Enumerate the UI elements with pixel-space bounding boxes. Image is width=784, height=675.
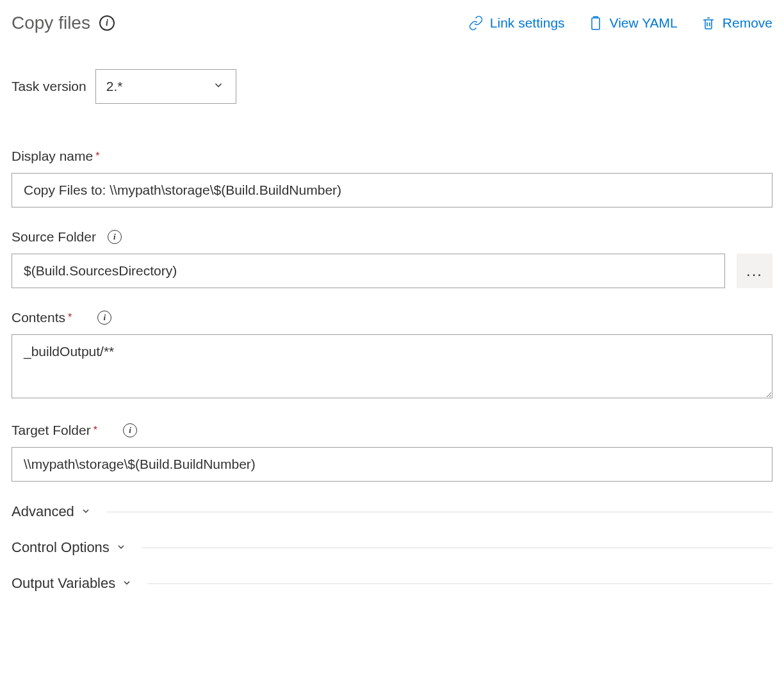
target-folder-group: Target Folder *	[12, 423, 772, 482]
task-header: Copy files Link settings View YAML Remov…	[12, 13, 772, 33]
source-folder-group: Source Folder ...	[12, 229, 772, 288]
info-icon[interactable]	[99, 15, 115, 31]
contents-group: Contents * _buildOutput/**	[12, 310, 772, 401]
required-indicator: *	[94, 425, 97, 436]
remove-button[interactable]: Remove	[701, 15, 772, 31]
browse-button[interactable]: ...	[737, 254, 772, 288]
contents-textarea[interactable]: _buildOutput/**	[12, 334, 772, 398]
control-options-label: Control Options	[12, 539, 110, 556]
link-settings-label: Link settings	[490, 15, 565, 31]
svg-rect-0	[592, 18, 600, 29]
task-version-value: 2.*	[106, 79, 123, 94]
remove-label: Remove	[723, 15, 772, 31]
chevron-down-icon	[213, 79, 224, 94]
display-name-group: Display name *	[12, 149, 772, 207]
target-folder-label-row: Target Folder *	[12, 423, 772, 438]
task-title: Copy files	[12, 13, 90, 33]
source-folder-input-row: ...	[12, 254, 772, 288]
display-name-label: Display name	[12, 149, 93, 164]
title-group: Copy files	[12, 13, 115, 33]
view-yaml-button[interactable]: View YAML	[588, 15, 678, 31]
info-icon[interactable]	[108, 230, 122, 244]
chevron-down-icon	[122, 575, 132, 592]
trash-icon	[701, 15, 716, 31]
source-folder-label-row: Source Folder	[12, 229, 772, 245]
output-variables-section-toggle[interactable]: Output Variables	[12, 575, 772, 592]
chevron-down-icon	[81, 503, 91, 520]
task-version-select[interactable]: 2.*	[95, 69, 236, 104]
link-settings-button[interactable]: Link settings	[468, 15, 565, 31]
advanced-section-toggle[interactable]: Advanced	[12, 503, 772, 520]
info-icon[interactable]	[97, 311, 111, 325]
task-version-row: Task version 2.*	[12, 69, 772, 104]
target-folder-label: Target Folder	[12, 423, 91, 438]
section-divider	[147, 583, 772, 584]
section-divider	[142, 548, 772, 548]
display-name-label-row: Display name *	[12, 149, 772, 164]
required-indicator: *	[68, 312, 72, 323]
target-folder-input[interactable]	[12, 447, 772, 482]
view-yaml-label: View YAML	[610, 15, 678, 31]
chevron-down-icon	[116, 539, 126, 556]
info-icon[interactable]	[123, 423, 137, 437]
output-variables-label: Output Variables	[12, 575, 115, 592]
link-icon	[468, 15, 484, 31]
source-folder-input[interactable]	[12, 254, 725, 288]
contents-label: Contents	[12, 310, 65, 325]
section-divider	[106, 512, 772, 512]
contents-label-row: Contents *	[12, 310, 772, 325]
advanced-label: Advanced	[12, 503, 74, 520]
control-options-section-toggle[interactable]: Control Options	[12, 539, 772, 556]
source-folder-label: Source Folder	[12, 229, 96, 245]
header-actions: Link settings View YAML Remove	[468, 15, 772, 31]
display-name-input[interactable]	[12, 173, 772, 207]
task-version-label: Task version	[12, 79, 86, 94]
clipboard-icon	[588, 15, 603, 31]
required-indicator: *	[95, 150, 99, 162]
